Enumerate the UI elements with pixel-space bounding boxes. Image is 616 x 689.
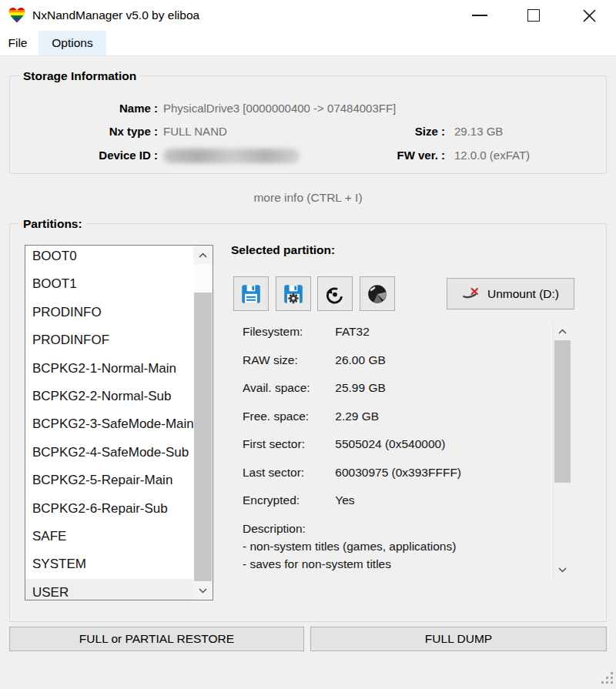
partition-list-item[interactable]: SYSTEM — [25, 550, 193, 578]
scroll-up-button[interactable] — [554, 322, 571, 340]
title-bar[interactable]: NxNandManager v5.0 by eliboa — [0, 0, 616, 31]
scroll-up-button[interactable] — [193, 246, 213, 264]
detail-label: Encrypted: — [243, 491, 332, 509]
unmount-button[interactable]: Unmount (D:) — [447, 278, 574, 309]
partition-list: BOOT0 BOOT1 PRODINFO PRODINFOF BCPKG2-1-… — [25, 245, 213, 600]
size-label: Size : — [346, 124, 445, 139]
window-title: NxNandManager v5.0 by eliboa — [32, 0, 199, 31]
scroll-down-button[interactable] — [193, 581, 213, 600]
partition-list-item[interactable]: PRODINFOF — [25, 326, 193, 354]
detail-label: Avail. space: — [243, 379, 332, 396]
detail-row: Last sector: 60030975 (0x393FFFF) — [243, 463, 547, 492]
scrollbar-thumb[interactable] — [554, 340, 571, 483]
save-floppy-gear-icon — [282, 283, 305, 306]
name-value: PhysicalDrive3 [0000000400 -> 07484003FF… — [163, 101, 396, 116]
description-label: Description: — [243, 520, 547, 537]
partition-list-item[interactable]: BCPKG2-2-Normal-Sub — [25, 383, 193, 410]
detail-row: Free. space: 2.29 GB — [243, 407, 547, 436]
detail-label: RAW size: — [243, 351, 332, 369]
detail-value: 5505024 (0x540000) — [335, 435, 445, 453]
maximize-icon — [527, 9, 540, 22]
partition-list-item[interactable]: BCPKG2-6-Repair-Sub — [25, 495, 193, 523]
device-id-redacted-value — [163, 149, 300, 163]
partition-list-scrollbar[interactable] — [193, 246, 213, 600]
menu-options[interactable]: Options — [38, 31, 106, 55]
partitions-group-title: Partitions: — [19, 216, 86, 232]
detail-label: Filesystem: — [243, 323, 332, 340]
full-dump-button[interactable]: FULL DUMP — [310, 627, 607, 651]
nx-type-label: Nx type : — [31, 124, 158, 139]
detail-label: Free. space: — [243, 407, 332, 425]
save-floppy-icon — [239, 283, 263, 306]
fw-version-label: FW ver. : — [346, 148, 445, 163]
chevron-up-icon — [199, 253, 207, 258]
resize-grip[interactable] — [600, 671, 614, 685]
partition-list-item[interactable]: BCPKG2-5-Repair-Main — [25, 467, 193, 494]
partition-details: Filesystem: FAT32 RAW size: 26.00 GB Ava… — [243, 323, 547, 573]
restore-partition-button[interactable] — [317, 276, 353, 311]
close-button[interactable] — [573, 3, 605, 28]
full-or-partial-restore-button[interactable]: FULL or PARTIAL RESTORE — [9, 627, 304, 651]
detail-row: Avail. space: 25.99 GB — [243, 379, 547, 407]
detail-value: Yes — [335, 491, 354, 509]
dump-partition-button[interactable] — [233, 276, 269, 311]
partition-list-item[interactable]: BCPKG2-4-SafeMode-Sub — [25, 439, 193, 467]
partition-list-item[interactable]: PRODINFO — [25, 299, 193, 326]
scrollbar-thumb[interactable] — [194, 293, 212, 583]
rainbow-heart-icon — [8, 6, 26, 24]
partition-list-item[interactable]: SAFE — [25, 523, 193, 550]
partition-list-item[interactable]: USER — [25, 579, 193, 600]
detail-row: First sector: 5505024 (0x540000) — [243, 435, 547, 463]
mount-partition-button[interactable] — [360, 276, 395, 311]
selected-partition-title: Selected partition: — [231, 243, 335, 257]
detail-row: Filesystem: FAT32 — [243, 323, 547, 351]
partition-list-item[interactable]: BOOT1 — [25, 270, 193, 298]
minimize-icon — [472, 15, 487, 16]
detail-value: FAT32 — [335, 323, 370, 340]
size-value: 29.13 GB — [454, 124, 503, 139]
restore-icon — [323, 283, 346, 306]
details-scrollbar[interactable] — [553, 322, 571, 579]
minimize-button[interactable] — [464, 3, 496, 28]
advanced-dump-partition-button[interactable] — [276, 276, 311, 311]
close-icon — [583, 9, 596, 22]
detail-value: 60030975 (0x393FFFF) — [335, 463, 461, 481]
app-window: NxNandManager v5.0 by eliboa File Option… — [0, 0, 616, 689]
partition-list-item[interactable]: BCPKG2-3-SafeMode-Main — [25, 410, 193, 438]
chevron-up-icon — [558, 329, 567, 334]
unmount-button-label: Unmount (D:) — [487, 287, 559, 301]
partition-detail-rows: Filesystem: FAT32 RAW size: 26.00 GB Ava… — [243, 323, 547, 520]
description-lines: - non-system titles (games, applications… — [243, 537, 547, 573]
detail-row: Encrypted: Yes — [243, 491, 547, 520]
detail-value: 25.99 GB — [335, 379, 386, 396]
device-id-label: Device ID : — [31, 148, 158, 163]
detail-label: First sector: — [243, 435, 332, 453]
menu-bar: File Options — [0, 31, 616, 56]
description-line: - saves for non-system titles — [243, 555, 547, 573]
partition-list-item[interactable]: BOOT0 — [25, 245, 193, 270]
description-line: - non-system titles (games, applications… — [243, 537, 547, 555]
partition-list-item[interactable]: BCPKG2-1-Normal-Main — [25, 355, 193, 383]
partition-list-items: BOOT0 BOOT1 PRODINFO PRODINFOF BCPKG2-1-… — [25, 245, 193, 600]
fw-version-value: 12.0.0 (exFAT) — [454, 148, 530, 163]
mount-icon — [366, 283, 389, 306]
detail-value: 2.29 GB — [335, 407, 379, 425]
unmount-red-x-icon — [462, 287, 480, 300]
name-label: Name : — [31, 101, 158, 116]
storage-group-title: Storage Information — [19, 68, 140, 84]
detail-row: RAW size: 26.00 GB — [243, 351, 547, 380]
detail-value: 26.00 GB — [335, 351, 386, 369]
scroll-down-button[interactable] — [554, 560, 571, 579]
chevron-down-icon — [199, 588, 207, 594]
menu-file[interactable]: File — [0, 31, 35, 55]
maximize-button[interactable] — [517, 3, 550, 28]
detail-label: Last sector: — [243, 463, 332, 481]
nx-type-value: FULL NAND — [163, 124, 227, 139]
more-info-link[interactable]: more info (CTRL + I) — [0, 191, 616, 205]
chevron-down-icon — [558, 567, 567, 573]
